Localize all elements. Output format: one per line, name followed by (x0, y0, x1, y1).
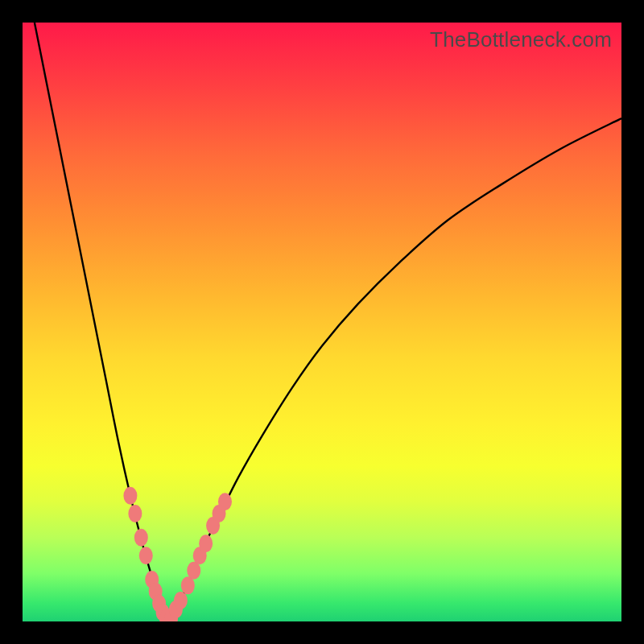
data-point-markers (123, 487, 232, 621)
data-point (134, 529, 148, 547)
data-point (218, 493, 232, 510)
data-point (139, 547, 153, 564)
data-point (174, 592, 188, 609)
curves-svg (23, 23, 621, 621)
data-point (123, 487, 137, 505)
data-point (181, 576, 195, 594)
right-curve (167, 118, 621, 621)
plot-area: TheBottleneck.com (23, 23, 621, 621)
data-point (199, 535, 213, 552)
data-point (187, 562, 200, 580)
chart-frame: TheBottleneck.com (0, 0, 644, 644)
data-point (128, 505, 142, 522)
left-curve (35, 23, 167, 621)
